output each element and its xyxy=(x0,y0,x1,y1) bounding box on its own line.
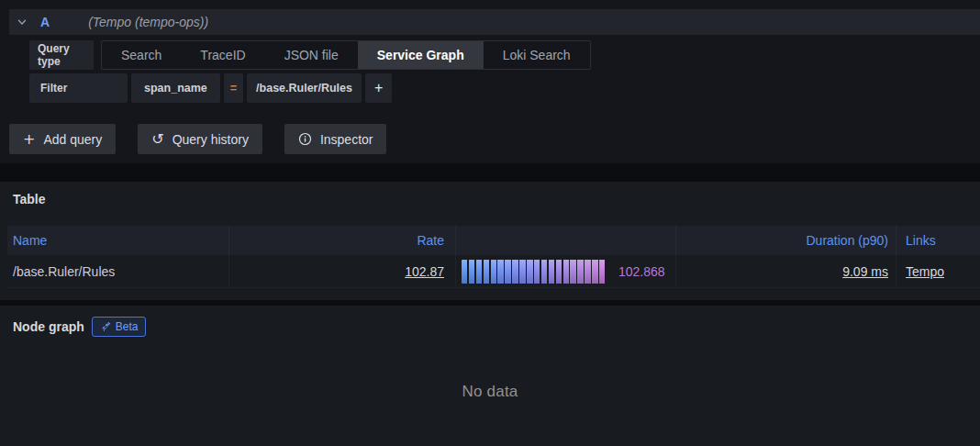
query-type-label: Query type xyxy=(29,40,94,70)
table-panel: Table Name Rate Duration (p90) Links /ba… xyxy=(0,182,980,300)
query-editor-section: A (Tempo (tempo-ops)) Query type Search … xyxy=(0,0,980,163)
query-toolbar: + Add query ↺ Query history Inspector xyxy=(9,124,980,154)
filter-value-select[interactable]: /base.Ruler/Rules xyxy=(247,73,362,103)
cell-tempo-link[interactable]: Tempo xyxy=(906,264,944,279)
table-panel-title: Table xyxy=(0,182,980,226)
filter-field-select[interactable]: span_name xyxy=(131,73,220,103)
cell-duration-link[interactable]: 9.09 ms xyxy=(842,264,888,279)
tab-json-file[interactable]: JSON file xyxy=(265,41,358,69)
tab-traceid[interactable]: TraceID xyxy=(181,41,264,69)
rocket-icon xyxy=(100,321,111,332)
filter-row: Filter span_name = /base.Ruler/Rules + xyxy=(29,73,980,103)
inspector-label: Inspector xyxy=(320,132,373,147)
cell-name: /base.Ruler/Rules xyxy=(13,264,115,279)
add-query-button[interactable]: + Add query xyxy=(9,124,116,154)
query-row-header[interactable]: A (Tempo (tempo-ops)) xyxy=(9,9,980,35)
table-row: /base.Ruler/Rules 102.87 102.868 9.09 ms… xyxy=(7,255,980,288)
column-header-links[interactable]: Links xyxy=(906,233,936,248)
rate-bar-gauge xyxy=(462,260,607,284)
filter-operator[interactable]: = xyxy=(224,73,243,103)
history-clock-icon: ↺ xyxy=(151,132,163,147)
column-header-rate[interactable]: Rate xyxy=(417,233,444,248)
rate-gauge-value: 102.868 xyxy=(618,264,665,279)
chevron-down-icon[interactable] xyxy=(17,17,28,28)
section-divider xyxy=(0,163,980,182)
filter-label: Filter xyxy=(29,73,128,103)
column-header-name[interactable]: Name xyxy=(13,233,47,248)
tab-search[interactable]: Search xyxy=(102,41,181,69)
query-ref-id: A xyxy=(40,15,50,29)
query-history-label: Query history xyxy=(173,132,249,147)
query-history-button[interactable]: ↺ Query history xyxy=(138,124,262,154)
beta-badge-label: Beta xyxy=(116,320,139,333)
node-graph-content: No data xyxy=(0,337,980,446)
info-circle-icon xyxy=(298,132,312,146)
column-header-duration[interactable]: Duration (p90) xyxy=(807,233,889,248)
inspector-button[interactable]: Inspector xyxy=(284,124,387,154)
service-graph-table: Name Rate Duration (p90) Links /base.Rul… xyxy=(7,226,980,288)
tab-loki-search[interactable]: Loki Search xyxy=(484,41,590,69)
tab-service-graph[interactable]: Service Graph xyxy=(358,41,484,69)
query-type-row: Query type Search TraceID JSON file Serv… xyxy=(29,40,980,70)
node-graph-title-row: Node graph Beta xyxy=(0,306,980,337)
beta-badge: Beta xyxy=(92,317,147,337)
no-data-message: No data xyxy=(462,383,518,401)
node-graph-title: Node graph xyxy=(13,319,84,334)
add-filter-button[interactable]: + xyxy=(365,73,392,103)
cell-rate-link[interactable]: 102.87 xyxy=(405,264,444,279)
node-graph-panel: Node graph Beta No data xyxy=(0,306,980,446)
add-query-label: Add query xyxy=(43,132,102,147)
datasource-name: (Tempo (tempo-ops)) xyxy=(88,15,208,29)
query-type-tab-group: Search TraceID JSON file Service Graph L… xyxy=(101,40,591,70)
table-header-row: Name Rate Duration (p90) Links xyxy=(7,226,980,255)
query-editor: Query type Search TraceID JSON file Serv… xyxy=(29,40,980,103)
plus-icon: + xyxy=(23,132,35,147)
